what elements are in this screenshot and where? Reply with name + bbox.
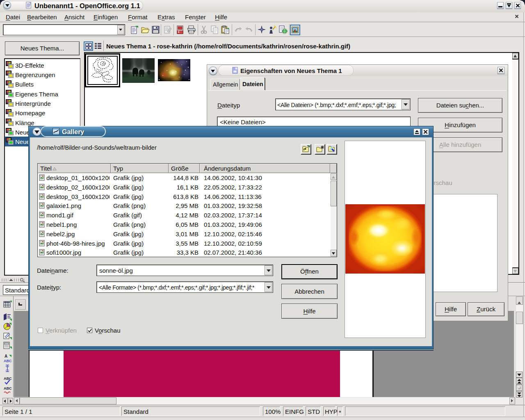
svg-text:A: A [5,354,7,358]
svg-text:ABC: ABC [4,359,12,363]
svg-text:ABC: ABC [4,377,12,381]
svg-text:ABC: ABC [4,386,12,390]
